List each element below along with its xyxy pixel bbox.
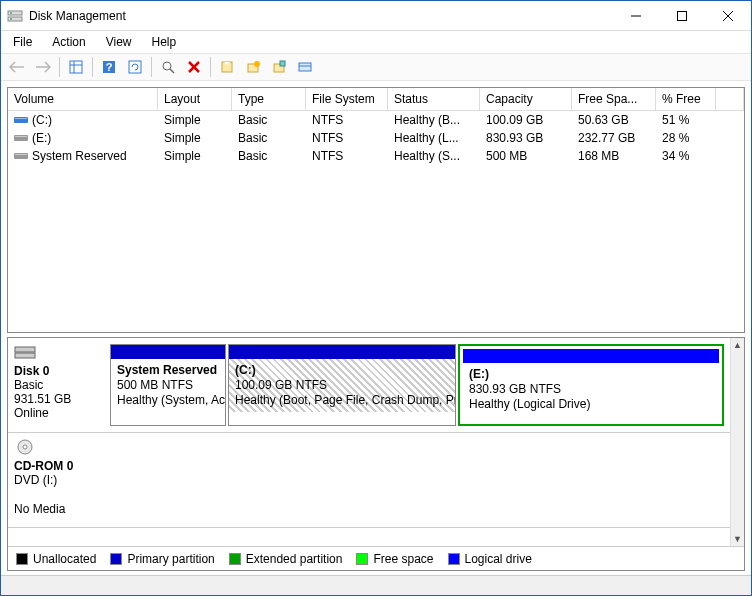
drive-icon <box>14 115 28 127</box>
vol-name: (C:) <box>32 113 52 127</box>
refresh-button[interactable] <box>123 55 147 79</box>
partition-header <box>111 345 225 359</box>
table-row[interactable]: (C:)SimpleBasicNTFSHealthy (B...100.09 G… <box>8 111 744 129</box>
svg-point-3 <box>10 18 12 20</box>
svg-rect-26 <box>15 118 27 119</box>
app-icon <box>7 8 23 24</box>
scroll-up-icon[interactable]: ▲ <box>733 340 742 350</box>
partitions-container: System Reserved500 MB NTFSHealthy (Syste… <box>108 338 730 432</box>
col-fs[interactable]: File System <box>306 88 388 110</box>
table-row[interactable]: System ReservedSimpleBasicNTFSHealthy (S… <box>8 147 744 165</box>
svg-point-2 <box>10 12 12 14</box>
toolbar: ? <box>1 53 751 81</box>
drive-icon <box>14 151 28 163</box>
close-button[interactable] <box>705 1 751 31</box>
disk-name: Disk 0 <box>14 364 102 378</box>
svg-rect-29 <box>14 153 28 159</box>
disk-icon <box>14 439 36 457</box>
table-row[interactable]: (E:)SimpleBasicNTFSHealthy (L...830.93 G… <box>8 129 744 147</box>
svg-point-14 <box>163 62 171 70</box>
maximize-button[interactable] <box>659 1 705 31</box>
partition[interactable]: (E:)830.93 GB NTFSHealthy (Logical Drive… <box>458 344 724 426</box>
vol-type: Basic <box>232 113 306 127</box>
new-volume-button[interactable] <box>241 55 265 79</box>
legend-logical: Logical drive <box>465 552 532 566</box>
svg-rect-32 <box>15 353 35 358</box>
svg-line-15 <box>170 69 174 73</box>
back-button[interactable] <box>5 55 29 79</box>
svg-rect-27 <box>14 135 28 141</box>
col-spacer <box>716 88 744 110</box>
col-volume[interactable]: Volume <box>8 88 158 110</box>
statusbar <box>1 575 751 595</box>
svg-point-20 <box>254 61 260 67</box>
partition[interactable]: (C:)100.09 GB NTFSHealthy (Boot, Page Fi… <box>228 344 456 426</box>
disk-row: Disk 0Basic931.51 GBOnlineSystem Reserve… <box>8 338 730 433</box>
view-button[interactable] <box>64 55 88 79</box>
col-layout[interactable]: Layout <box>158 88 232 110</box>
vol-name: (E:) <box>32 131 51 145</box>
vol-fs: NTFS <box>306 131 388 145</box>
vol-name: System Reserved <box>32 149 127 163</box>
rescan-button[interactable] <box>156 55 180 79</box>
minimize-button[interactable] <box>613 1 659 31</box>
vol-capacity: 100.09 GB <box>480 113 572 127</box>
settings-button[interactable] <box>293 55 317 79</box>
volume-list: Volume Layout Type File System Status Ca… <box>7 87 745 333</box>
partition-title: System Reserved <box>117 363 219 378</box>
legend-primary: Primary partition <box>127 552 214 566</box>
vol-capacity: 830.93 GB <box>480 131 572 145</box>
svg-point-34 <box>23 445 27 449</box>
disk-name: CD-ROM 0 <box>14 459 102 473</box>
legend-extended: Extended partition <box>246 552 343 566</box>
col-free[interactable]: Free Spa... <box>572 88 656 110</box>
vol-free: 232.77 GB <box>572 131 656 145</box>
menu-file[interactable]: File <box>5 33 40 51</box>
svg-rect-13 <box>129 61 141 73</box>
disk-kind: Basic <box>14 378 102 392</box>
menubar: File Action View Help <box>1 31 751 53</box>
disk-info[interactable]: CD-ROM 0DVD (I:)No Media <box>8 433 108 527</box>
partition[interactable]: System Reserved500 MB NTFSHealthy (Syste… <box>110 344 226 426</box>
vol-fs: NTFS <box>306 113 388 127</box>
properties-button[interactable] <box>215 55 239 79</box>
forward-button[interactable] <box>31 55 55 79</box>
help-button[interactable]: ? <box>97 55 121 79</box>
scrollbar[interactable]: ▲ ▼ <box>730 338 744 546</box>
partition-size: 500 MB NTFS <box>117 378 219 393</box>
graphical-view: Disk 0Basic931.51 GBOnlineSystem Reserve… <box>7 337 745 571</box>
drive-icon <box>14 133 28 145</box>
swatch-extended <box>229 553 241 565</box>
attach-button[interactable] <box>267 55 291 79</box>
vol-status: Healthy (S... <box>388 149 480 163</box>
partition-size: 100.09 GB NTFS <box>235 378 449 393</box>
col-status[interactable]: Status <box>388 88 480 110</box>
disk-size: 931.51 GB <box>14 392 102 406</box>
menu-help[interactable]: Help <box>144 33 185 51</box>
col-type[interactable]: Type <box>232 88 306 110</box>
svg-rect-8 <box>70 61 82 73</box>
col-pct[interactable]: % Free <box>656 88 716 110</box>
vol-pct: 28 % <box>656 131 716 145</box>
legend-unallocated: Unallocated <box>33 552 96 566</box>
vol-layout: Simple <box>158 113 232 127</box>
list-body[interactable]: (C:)SimpleBasicNTFSHealthy (B...100.09 G… <box>8 111 744 332</box>
vol-pct: 34 % <box>656 149 716 163</box>
partition-header <box>463 349 719 363</box>
disk-kind: DVD (I:) <box>14 473 102 487</box>
scroll-down-icon[interactable]: ▼ <box>733 534 742 544</box>
disk-info[interactable]: Disk 0Basic931.51 GBOnline <box>8 338 108 432</box>
col-capacity[interactable]: Capacity <box>480 88 572 110</box>
delete-button[interactable] <box>182 55 206 79</box>
vol-fs: NTFS <box>306 149 388 163</box>
svg-rect-5 <box>678 11 687 20</box>
swatch-free <box>356 553 368 565</box>
legend: Unallocated Primary partition Extended p… <box>8 546 744 570</box>
titlebar: Disk Management <box>1 1 751 31</box>
window-title: Disk Management <box>29 9 613 23</box>
partition-size: 830.93 GB NTFS <box>469 382 713 397</box>
menu-view[interactable]: View <box>98 33 140 51</box>
menu-action[interactable]: Action <box>44 33 93 51</box>
disk-icon <box>14 344 36 362</box>
swatch-primary <box>110 553 122 565</box>
